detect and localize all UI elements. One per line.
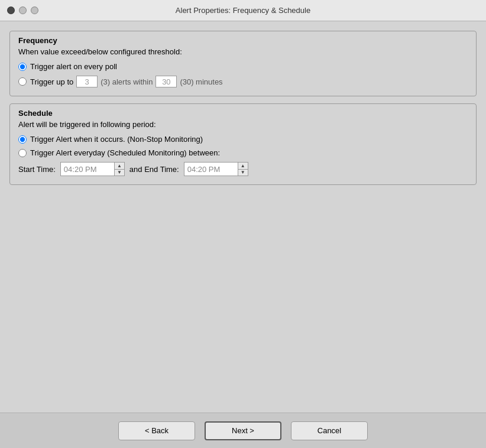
next-button[interactable]: Next > xyxy=(205,421,281,440)
frequency-radio1[interactable] xyxy=(18,63,27,71)
end-time-label: and End Time: xyxy=(129,165,179,174)
frequency-legend: Frequency xyxy=(16,36,468,45)
spacer xyxy=(9,192,477,403)
frequency-group: Frequency When value exceed/below config… xyxy=(9,31,477,96)
frequency-radio2[interactable] xyxy=(18,77,27,86)
schedule-radio2[interactable] xyxy=(18,149,27,157)
maximize-button[interactable] xyxy=(31,7,38,14)
main-content: Frequency When value exceed/below config… xyxy=(0,21,486,413)
start-time-label: Start Time: xyxy=(18,165,56,174)
time-row: Start Time: ▲ ▼ and End Time: ▲ ▼ xyxy=(18,162,468,176)
window-title: Alert Properties: Frequency & Schedule xyxy=(176,6,310,15)
back-button[interactable]: < Back xyxy=(118,421,195,440)
window-controls xyxy=(7,7,38,14)
frequency-radio1-label: Trigger alert on every poll xyxy=(30,62,117,71)
frequency-description: When value exceed/below configured thres… xyxy=(18,47,468,56)
start-time-up[interactable]: ▲ xyxy=(115,163,124,170)
cancel-button[interactable]: Cancel xyxy=(291,421,368,440)
end-time-up[interactable]: ▲ xyxy=(238,163,248,170)
schedule-radio1-row: Trigger Alert when it occurs. (Non-Stop … xyxy=(18,135,468,144)
schedule-radio2-row: Trigger Alert everyday (Scheduled Monito… xyxy=(18,148,468,157)
frequency-minutes-input[interactable] xyxy=(155,76,177,87)
start-time-down[interactable]: ▼ xyxy=(115,170,124,176)
end-time-down[interactable]: ▼ xyxy=(238,170,248,176)
minimize-button[interactable] xyxy=(19,7,27,14)
start-time-input[interactable] xyxy=(61,163,114,176)
schedule-radio2-label: Trigger Alert everyday (Scheduled Monito… xyxy=(30,148,220,157)
footer: < Back Next > Cancel xyxy=(0,413,486,448)
schedule-radio1[interactable] xyxy=(18,135,27,144)
schedule-radio1-label: Trigger Alert when it occurs. (Non-Stop … xyxy=(30,135,203,144)
frequency-hint2: (30) minutes xyxy=(180,77,222,86)
frequency-radio2-prefix: Trigger up to xyxy=(30,77,73,86)
frequency-radio2-row: Trigger up to (3) alerts within (30) min… xyxy=(18,76,468,87)
frequency-hint1: (3) alerts within xyxy=(101,77,153,86)
frequency-radio1-row: Trigger alert on every poll xyxy=(18,62,468,71)
start-time-spinner: ▲ ▼ xyxy=(114,163,124,176)
schedule-description: Alert will be triggered in following per… xyxy=(18,120,468,129)
title-bar: Alert Properties: Frequency & Schedule xyxy=(0,0,486,21)
frequency-count-input[interactable] xyxy=(76,76,98,87)
end-time-wrapper: ▲ ▼ xyxy=(184,162,248,176)
end-time-spinner: ▲ ▼ xyxy=(238,163,248,176)
close-button[interactable] xyxy=(7,7,15,14)
schedule-legend: Schedule xyxy=(16,109,468,118)
frequency-radio2-label: Trigger up to (3) alerts within (30) min… xyxy=(30,76,223,87)
schedule-group: Schedule Alert will be triggered in foll… xyxy=(9,103,477,185)
start-time-wrapper: ▲ ▼ xyxy=(60,162,125,176)
end-time-input[interactable] xyxy=(184,163,238,176)
